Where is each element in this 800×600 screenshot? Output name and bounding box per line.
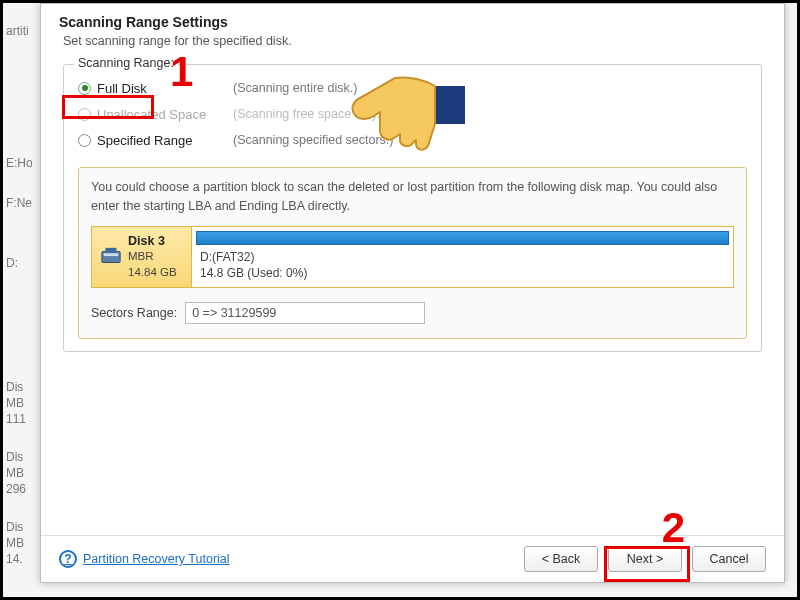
radio-icon	[78, 108, 91, 121]
disk-scheme: MBR	[128, 249, 177, 265]
partition-detail: 14.8 GB (Used: 0%)	[200, 265, 731, 281]
bg-text: artiti	[6, 24, 29, 38]
dialog-subtitle: Set scanning range for the specified dis…	[63, 34, 766, 48]
sectors-range-input[interactable]	[185, 302, 425, 324]
bg-text: F:Ne	[6, 196, 32, 210]
disk-map-panel: You could choose a partition block to sc…	[78, 167, 747, 339]
radio-icon-selected	[78, 82, 91, 95]
svg-rect-0	[102, 251, 120, 262]
svg-rect-2	[106, 247, 117, 252]
bg-text: E:Ho	[6, 156, 33, 170]
disk-icon	[100, 246, 122, 268]
back-button[interactable]: < Back	[524, 546, 598, 572]
help-icon: ?	[59, 550, 77, 568]
dialog-header: Scanning Range Settings Set scanning ran…	[41, 4, 784, 54]
bg-text: D:	[6, 256, 18, 270]
radio-icon	[78, 134, 91, 147]
disk-name: Disk 3	[128, 233, 177, 250]
disk-size: 14.84 GB	[128, 265, 177, 281]
svg-rect-3	[435, 86, 465, 124]
bg-text: MB	[6, 396, 24, 410]
radio-desc: (Scanning entire disk.)	[233, 81, 357, 95]
partition-name: D:(FAT32)	[200, 249, 731, 265]
bg-text: Dis	[6, 520, 23, 534]
disk-header: Disk 3 MBR 14.84 GB	[92, 227, 192, 287]
bg-text: Dis	[6, 380, 23, 394]
annotation-number-1: 1	[170, 48, 193, 96]
tutorial-link-text: Partition Recovery Tutorial	[83, 552, 230, 566]
disk-partition-area[interactable]: D:(FAT32) 14.8 GB (Used: 0%)	[192, 227, 733, 287]
cancel-button[interactable]: Cancel	[692, 546, 766, 572]
bg-text: 296	[6, 482, 26, 496]
partition-bar[interactable]	[196, 231, 729, 245]
disk-block[interactable]: Disk 3 MBR 14.84 GB D:(FAT32) 14.8 GB (U…	[91, 226, 734, 288]
bg-text: 111	[6, 412, 26, 426]
bg-text: Dis	[6, 450, 23, 464]
pointing-hand-icon	[340, 58, 470, 158]
bg-text: MB	[6, 536, 24, 550]
radio-label: Specified Range	[97, 133, 227, 148]
tutorial-link[interactable]: ? Partition Recovery Tutorial	[59, 550, 230, 568]
dialog-title: Scanning Range Settings	[59, 14, 766, 30]
range-legend: Scanning Range:	[74, 56, 178, 70]
bg-text: MB	[6, 466, 24, 480]
radio-label: Full Disk	[97, 81, 227, 96]
bg-text: 14.	[6, 552, 23, 566]
sectors-range-row: Sectors Range:	[91, 302, 734, 324]
svg-rect-1	[104, 253, 119, 256]
sectors-label: Sectors Range:	[91, 306, 177, 320]
radio-label: Unallocated Space	[97, 107, 227, 122]
disk-hint-text: You could choose a partition block to sc…	[91, 178, 734, 216]
annotation-number-2: 2	[662, 504, 685, 552]
